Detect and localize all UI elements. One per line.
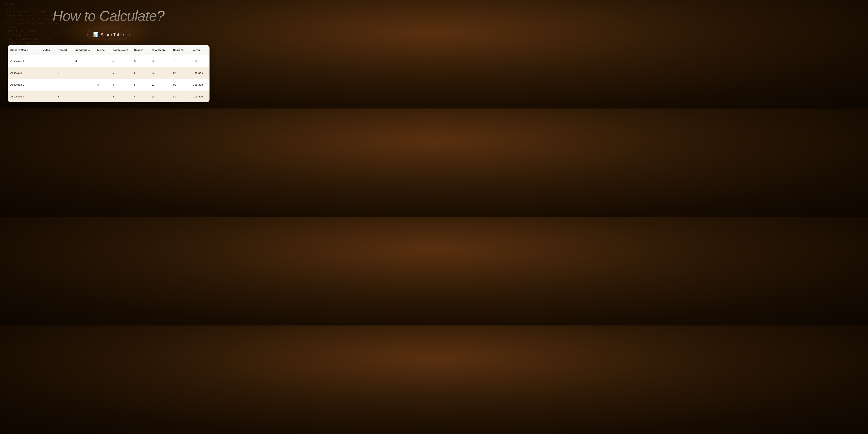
col-header-discord-name: Discord Name bbox=[8, 45, 40, 55]
cell-score-pct: 93 bbox=[170, 79, 190, 91]
cell-discord-name: Associate 1 bbox=[8, 55, 40, 67]
cell-score-pct: 89 bbox=[170, 91, 190, 102]
cell-thread: 7 bbox=[55, 67, 72, 79]
table-row: Associate 33551393Upgrade bbox=[8, 79, 210, 91]
col-header-infographic: Infographic bbox=[72, 45, 94, 55]
cell-thread bbox=[55, 79, 72, 91]
badge-chart-icon: 📊 bbox=[93, 32, 98, 37]
cell-spaces: 5 bbox=[131, 67, 149, 79]
cell-total-score: 13 bbox=[149, 79, 170, 91]
cell-spaces: 4 bbox=[131, 91, 149, 102]
col-header-meme: Meme bbox=[94, 45, 110, 55]
cell-verdict: Null bbox=[190, 55, 210, 67]
table-row: Associate 27551794Upgrade bbox=[8, 67, 210, 79]
cell-thread: 8 bbox=[55, 91, 72, 102]
cell-infographic bbox=[72, 91, 94, 102]
cell-meme: 3 bbox=[94, 79, 110, 91]
cell-meme bbox=[94, 67, 110, 79]
cell-infographic bbox=[72, 67, 94, 79]
cell-discord-name: Associate 2 bbox=[8, 67, 40, 79]
table-header-row: Discord Name Video Thread Infographic Me… bbox=[8, 45, 210, 55]
cell-total-score: 16 bbox=[149, 91, 170, 102]
col-header-thread: Thread bbox=[55, 45, 72, 55]
cell-infographic: 4 bbox=[72, 55, 94, 67]
cell-score-pct: 94 bbox=[170, 67, 190, 79]
cell-video bbox=[40, 67, 55, 79]
cell-comm-event: 5 bbox=[110, 67, 131, 79]
cell-verdict: Upgrade bbox=[190, 79, 210, 91]
score-table: Discord Name Video Thread Infographic Me… bbox=[8, 45, 210, 102]
cell-comm-event: 4 bbox=[110, 91, 131, 102]
cell-total-score: 12 bbox=[149, 55, 170, 67]
col-header-spaces: Spaces bbox=[131, 45, 149, 55]
table-row: Associate 14531275Null bbox=[8, 55, 210, 67]
page-title: How to Calculate? bbox=[53, 8, 164, 24]
table-row: Associate 48441689Upgrade bbox=[8, 91, 210, 102]
badge-label: Score Table bbox=[100, 32, 124, 37]
cell-meme bbox=[94, 91, 110, 102]
col-header-video: Video bbox=[40, 45, 55, 55]
cell-spaces: 3 bbox=[131, 55, 149, 67]
cell-score-pct: 75 bbox=[170, 55, 190, 67]
col-header-score-pct: Score % bbox=[170, 45, 190, 55]
cell-total-score: 17 bbox=[149, 67, 170, 79]
cell-spaces: 5 bbox=[131, 79, 149, 91]
cell-discord-name: Associate 4 bbox=[8, 91, 40, 102]
col-header-comm-event: Comm event bbox=[110, 45, 131, 55]
cell-verdict: Upgrade bbox=[190, 91, 210, 102]
cell-comm-event: 5 bbox=[110, 79, 131, 91]
col-header-total-score: Total Score bbox=[149, 45, 170, 55]
cell-infographic bbox=[72, 79, 94, 91]
col-header-verdict: Verdict bbox=[190, 45, 210, 55]
cell-video bbox=[40, 55, 55, 67]
cell-verdict: Upgrade bbox=[190, 67, 210, 79]
score-table-container: Discord Name Video Thread Infographic Me… bbox=[8, 45, 210, 102]
cell-comm-event: 5 bbox=[110, 55, 131, 67]
cell-meme bbox=[94, 55, 110, 67]
cell-discord-name: Associate 3 bbox=[8, 79, 40, 91]
cell-thread bbox=[55, 55, 72, 67]
score-table-badge: 📊 Score Table bbox=[87, 30, 130, 39]
cell-video bbox=[40, 91, 55, 102]
cell-video bbox=[40, 79, 55, 91]
